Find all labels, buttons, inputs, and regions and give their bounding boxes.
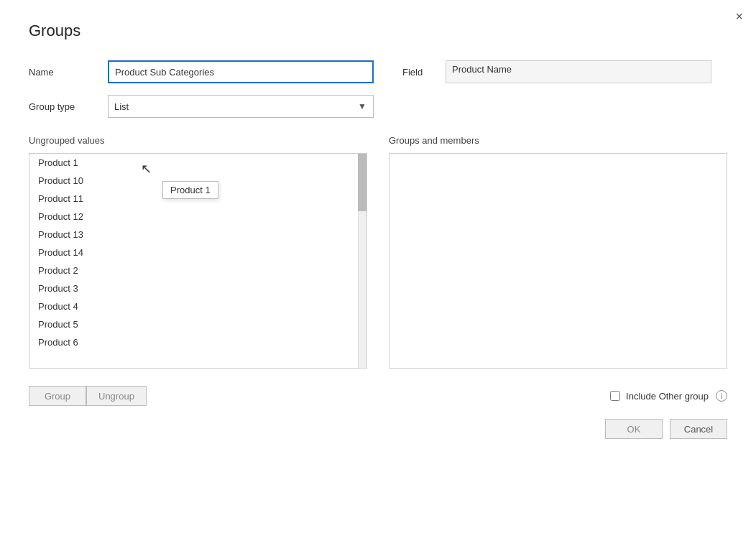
field-value: Product Name — [446, 60, 711, 83]
list-item[interactable]: Product 5 — [29, 315, 367, 333]
list-item[interactable]: Product 12 — [29, 208, 367, 226]
list-item[interactable]: Product 6 — [29, 333, 367, 351]
name-input[interactable] — [108, 60, 374, 83]
scrollbar-track[interactable] — [358, 154, 367, 368]
right-buttons: Include Other group i — [610, 390, 727, 402]
group-type-wrapper: List Bin ▼ — [108, 95, 374, 118]
list-item[interactable]: Product 3 — [29, 279, 367, 297]
ungrouped-title: Ungrouped values — [29, 135, 367, 146]
group-type-select[interactable]: List Bin — [108, 95, 374, 118]
name-label: Name — [29, 67, 108, 78]
include-other-group-label: Include Other group — [626, 391, 709, 402]
list-item[interactable]: Product 11 — [29, 190, 367, 208]
ok-cancel-row: OK Cancel — [29, 419, 727, 439]
include-other-group-checkbox[interactable] — [610, 391, 620, 401]
group-type-label: Group type — [29, 101, 108, 112]
groups-title: Groups and members — [389, 135, 727, 146]
list-item[interactable]: Product 13 — [29, 226, 367, 244]
cancel-button[interactable]: Cancel — [670, 419, 727, 439]
list-item[interactable]: Product 2 — [29, 262, 367, 279]
ok-button[interactable]: OK — [605, 419, 663, 439]
dialog-title: Groups — [29, 22, 727, 40]
ungrouped-list[interactable]: Product 1 Product 10 Product 11 Product … — [29, 153, 367, 369]
groups-list[interactable] — [389, 153, 727, 369]
groups-panel: Groups and members — [389, 135, 727, 369]
close-button[interactable]: × — [735, 10, 743, 23]
ungrouped-panel: Ungrouped values Product 1 Product 10 Pr… — [29, 135, 367, 369]
groups-dialog: × Groups Name Field Product Name Group t… — [0, 0, 756, 546]
panels-row: Ungrouped values Product 1 Product 10 Pr… — [29, 135, 727, 369]
group-type-row: Group type List Bin ▼ — [29, 95, 727, 118]
list-item[interactable]: Product 14 — [29, 244, 367, 262]
list-item[interactable]: Product 10 — [29, 172, 367, 190]
bottom-row: Group Ungroup Include Other group i — [29, 386, 727, 406]
field-label: Field — [402, 67, 446, 78]
scrollbar-thumb[interactable] — [358, 154, 367, 211]
info-icon: i — [716, 390, 727, 402]
name-row: Name Field Product Name — [29, 60, 727, 83]
list-item[interactable]: Product 1 — [29, 154, 367, 172]
ungroup-button[interactable]: Ungroup — [86, 386, 147, 406]
list-item[interactable]: Product 4 — [29, 297, 367, 315]
include-other-group-row: Include Other group i — [610, 390, 727, 402]
group-button[interactable]: Group — [29, 386, 86, 406]
